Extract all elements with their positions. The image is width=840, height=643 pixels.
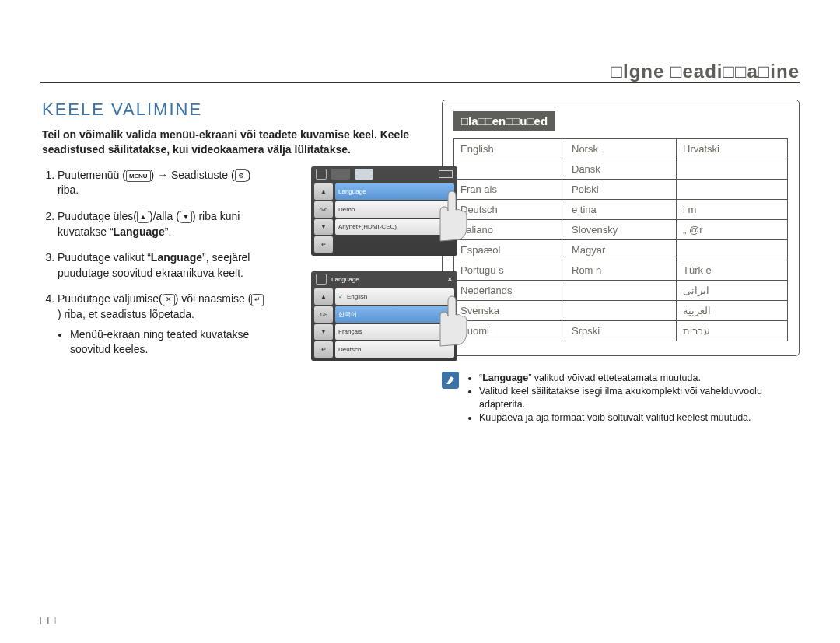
step-4-text-a: Puudutage väljumise( [58,292,163,305]
language-cell: Italiano [454,220,565,240]
step-4-bullet: Menüü-ekraan ning teated kuvatakse soovi… [70,327,268,358]
gear-icon [316,274,327,285]
scroll-down-icon: ▼ [314,219,333,236]
ui-screenshot-1: ▲ 6/6 ▼ ↵ Language Demo▢ Anynet+(HDMI-CE… [311,166,457,256]
step-4-text-c: ) riba, et seadistus lõpetada. [58,308,194,320]
language-cell: Türk e [677,260,788,281]
language-cell: Srpski [565,321,677,341]
language-cell: i m [677,200,788,220]
language-cell: Fran ais [454,180,565,200]
tab-slot-active [355,169,373,180]
page-indicator: 1/8 [314,306,333,323]
step-2-text-a: Puudutage üles( [58,210,137,222]
notes-block: “Language” valikud võivad etteteatamata … [442,372,800,425]
step-3-lang: Language [151,251,202,264]
language-cell: Dansk [565,159,677,180]
step-4: Puudutage väljumise(✕) või naasmise (↵) … [58,292,268,357]
close-icon: ✕ [163,294,175,306]
language-cell: Portugu s [454,260,565,281]
language-cell [565,301,677,321]
language-cell: Magyar [565,240,677,260]
language-cell: English [454,139,565,159]
up-icon: ▲ [137,211,149,223]
list-item: Français [335,324,454,341]
step-2-text-b: )/alla ( [149,210,180,222]
language-cell: e tina [565,200,677,220]
menu-icon: MENU [126,170,151,182]
list-item: ✓English [335,288,454,305]
manual-page: □lgne □eadi□□a□ine KEELE VALIMINE Teil o… [0,0,840,643]
language-cell: Deutsch [454,200,565,220]
back-icon: ↵ [314,236,333,253]
scroll-up-icon: ▲ [314,183,333,200]
screen-title: Language [331,276,359,283]
language-options-box: □la□□en□□u□ed EnglishNorskHrvatskiDanskF… [442,100,800,356]
language-cell [677,240,788,260]
horizontal-rule [40,82,800,83]
notes-list: “Language” valikud võivad etteteatamata … [467,372,800,425]
language-cell: Hrvatski [677,139,788,159]
language-cell [677,180,788,200]
intro-line-1: Teil on võimalik valida menüü-ekraani võ… [42,128,377,141]
language-cell: ایرانی [677,281,788,301]
language-cell [677,159,788,180]
section-title: KEELE VALIMINE [42,100,420,120]
back-icon: ↵ [251,294,264,306]
page-indicator: 6/6 [314,201,333,218]
step-2-lang: Language [114,225,165,238]
mini-screens: ▲ 6/6 ▼ ↵ Language Demo▢ Anynet+(HDMI-CE… [311,166,457,376]
language-cell: Rom n [565,260,677,281]
language-cell: עברית [677,321,788,341]
battery-icon [439,170,453,178]
language-cell: العربية [677,301,788,321]
language-cell [454,159,565,180]
language-cell [565,281,677,301]
step-3-text-a: Puudutage valikut “ [58,251,151,264]
language-cell: Slovensky [565,220,677,240]
gear-icon [316,169,327,180]
scroll-up-icon: ▲ [314,288,333,305]
step-1-text-a: Puutemenüü ( [58,169,126,181]
tab-slot [331,169,350,180]
down-icon: ▼ [180,211,192,223]
content-columns: KEELE VALIMINE Teil on võimalik valida m… [42,100,800,425]
step-2-text-d: ”. [165,225,172,238]
language-cell: „ @r [677,220,788,240]
note-item: Kuupäeva ja aja formaat võib sõltuvalt v… [479,411,800,425]
step-4-text-b: ) või naasmise ( [175,292,252,305]
language-table: EnglishNorskHrvatskiDanskFran aisPolskiD… [453,138,788,341]
language-cell: Norsk [565,139,677,159]
running-head: □lgne □eadi□□a□ine [611,61,800,82]
box-title: □la□□en□□u□ed [453,111,555,131]
list-item: 한국어 [335,306,454,323]
language-cell: Svenska [454,301,565,321]
step-3: Puudutage valikut “Language”, seejärel p… [58,250,268,281]
scroll-down-icon: ▼ [314,324,333,341]
page-number: □□ [40,613,55,627]
language-cell: Nederlands [454,281,565,301]
left-column: KEELE VALIMINE Teil on võimalik valida m… [42,100,420,425]
step-1-text-b: ) → Seadistuste ( [151,169,235,181]
list-item: Anynet+(HDMI-CEC)✓ [335,219,454,236]
list-item: Deutsch [335,341,454,358]
language-cell: Espaæol [454,240,565,260]
list-item: Demo▢ [335,201,454,218]
ui-screenshot-2: Language ✕ ▲ 1/8 ▼ ↵ ✓English 한국어 [311,271,457,361]
intro-text: Teil on võimalik valida menüü-ekraani võ… [42,128,420,157]
list-item: Language [335,183,454,200]
gear-icon: ⚙ [235,169,247,182]
step-2: Puudutage üles(▲)/alla (▼) riba kuni kuv… [58,209,268,239]
right-column: □la□□en□□u□ed EnglishNorskHrvatskiDanskF… [442,100,800,425]
language-cell: Suomi [454,321,565,341]
step-1: Puutemenüü (MENU) → Seadistuste (⚙) riba… [58,168,268,198]
language-cell: Polski [565,180,677,200]
note-item: Valitud keel säilitatakse isegi ilma aku… [479,385,800,411]
back-icon: ↵ [314,341,333,358]
close-icon: ✕ [447,276,453,283]
note-item: “Language” valikud võivad etteteatamata … [479,372,800,385]
